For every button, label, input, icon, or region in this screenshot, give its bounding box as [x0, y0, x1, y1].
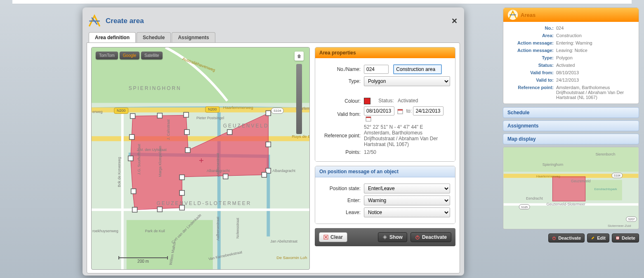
deactivate-button[interactable]: Deactivate [410, 232, 451, 242]
svg-text:Sierenborch: Sierenborch [595, 152, 615, 156]
svg-rect-18 [132, 207, 137, 212]
svg-text:S104: S104 [274, 109, 281, 113]
svg-rect-4 [157, 113, 162, 118]
ref-address: Amsterdam, Bartholomeus Drijfhoutstraat … [364, 130, 450, 147]
scale-bar: 200 m [118, 257, 168, 264]
area-name-input[interactable] [393, 64, 442, 74]
svg-rect-20 [128, 156, 133, 161]
modal-title: Create area [106, 17, 144, 25]
svg-text:J.G. Suurhoffstraat: J.G. Suurhoffstraat [137, 144, 141, 174]
svg-text:Van Karnebeekstraat: Van Karnebeekstraat [208, 250, 243, 261]
clear-icon [323, 235, 328, 240]
tab-area-definition[interactable]: Area definition [89, 32, 136, 42]
close-icon[interactable]: ✕ [451, 16, 458, 26]
colour-swatch[interactable] [364, 98, 370, 104]
svg-text:Spieringhorn: Spieringhorn [543, 163, 564, 167]
svg-rect-21 [130, 134, 134, 139]
sidebar-deactivate-button[interactable]: Deactivate [548, 233, 585, 243]
show-button[interactable]: Show [378, 232, 407, 242]
delete-icon [616, 236, 620, 240]
svg-text:Haarlemmerweg: Haarlemmerweg [536, 174, 560, 178]
svg-rect-8 [227, 130, 232, 134]
power-icon [552, 236, 556, 240]
svg-text:SPIERINGHORN: SPIERINGHORN [129, 85, 182, 91]
leave-select[interactable]: Notice [364, 207, 450, 217]
svg-text:Aalbersestraat: Aalbersestraat [216, 153, 220, 177]
svg-text:Eendracht: Eendracht [526, 196, 543, 200]
position-state-select[interactable]: Enter/Leave [364, 184, 450, 193]
zoom-slider[interactable] [296, 64, 302, 134]
tab-assignments[interactable]: Assignments [172, 32, 215, 42]
svg-rect-14 [179, 175, 184, 180]
svg-text:S207: S207 [628, 218, 635, 221]
svg-text:Jan Abelszstraat: Jan Abelszstraat [270, 239, 297, 243]
map-home-button[interactable] [295, 52, 304, 61]
svg-text:Geuzenveld: Geuzenveld [571, 179, 591, 183]
area-number-input[interactable] [364, 65, 389, 74]
svg-rect-10 [266, 142, 271, 147]
points-count: 12/50 [364, 149, 450, 155]
svg-text:Nolensstraat: Nolensstraat [236, 217, 240, 238]
ref-coords: 52° 22' 51" N - 4° 47' 44" E [364, 124, 450, 130]
pencil-icon [591, 236, 595, 240]
svg-text:Eendrachtspark: Eendrachtspark [594, 187, 617, 191]
enter-select[interactable]: Warning [364, 196, 450, 205]
svg-text:roekhuysenweg: roekhuysenweg [92, 229, 118, 233]
svg-rect-9 [266, 111, 271, 115]
valid-to-input[interactable] [413, 106, 443, 115]
svg-text:Bok de Korverweg: Bok de Korverweg [117, 157, 121, 187]
areas-panel: Areas No.:024 Area:Construction Action m… [503, 7, 639, 104]
map-layer-google[interactable]: Google [120, 52, 139, 59]
position-msg-header: On position message of an object [315, 166, 455, 177]
areas-logo-icon [87, 14, 101, 28]
svg-rect-13 [223, 174, 228, 179]
svg-rect-6 [184, 130, 189, 134]
svg-text:Geuzenveld-Slotermeer: Geuzenveld-Slotermeer [547, 202, 585, 206]
svg-text:Albardagracht: Albardagracht [272, 169, 295, 173]
sidebar-assignments[interactable]: Assignments [503, 120, 639, 131]
sidebar-edit-button[interactable]: Edit [587, 233, 609, 243]
svg-rect-57 [366, 117, 371, 118]
map-canvas[interactable]: TomTom Google Satellite [91, 47, 310, 270]
calendar-icon[interactable] [365, 115, 372, 122]
svg-rect-5 [184, 112, 189, 117]
areas-icon [507, 9, 518, 20]
tab-schedule[interactable]: Schedule [137, 32, 171, 42]
sidebar-map-display-header[interactable]: Map display [503, 134, 639, 144]
svg-rect-61 [504, 147, 639, 172]
svg-text:S105: S105 [521, 206, 528, 209]
svg-rect-7 [185, 148, 190, 153]
sidebar-delete-button[interactable]: Delete [612, 233, 639, 243]
svg-text:Haarlemmerweg: Haarlemmerweg [223, 105, 253, 110]
power-icon [415, 235, 420, 240]
sidebar-schedule[interactable]: Schedule [503, 107, 639, 118]
svg-text:Albardagracht: Albardagracht [207, 169, 230, 173]
type-select[interactable]: Polygon [364, 76, 450, 86]
area-properties-header: Area properties [315, 47, 455, 58]
status-value: Activated [398, 98, 418, 104]
svg-text:Park de Kuil: Park de Kuil [145, 229, 165, 233]
map-layer-tomtom[interactable]: TomTom [96, 52, 118, 59]
svg-rect-12 [262, 172, 267, 177]
svg-text:Ruys de B: Ruys de B [292, 134, 309, 139]
svg-rect-15 [179, 191, 184, 196]
svg-text:GEUZENVELD-SLOTERMEER: GEUZENVELD-SLOTERMEER [156, 200, 251, 206]
svg-rect-19 [131, 189, 136, 194]
svg-rect-17 [157, 207, 162, 212]
show-icon [382, 235, 387, 240]
svg-text:erweg: erweg [92, 110, 102, 114]
mini-map[interactable]: Spieringhorn Geuzenveld Haarlemmerweg Ge… [503, 147, 639, 229]
valid-from-input[interactable] [364, 106, 394, 115]
calendar-icon[interactable] [397, 108, 403, 115]
svg-text:Marga Klompelaan: Marga Klompelaan [158, 146, 162, 177]
svg-text:Pieter Postsingel: Pieter Postsingel [196, 116, 224, 120]
svg-text:N200: N200 [208, 107, 217, 111]
svg-text:GEUZENVELD: GEUZENVELD [223, 123, 269, 129]
create-area-modal: Create area ✕ Area definition Schedule A… [83, 7, 464, 276]
clear-button[interactable]: Clear [319, 232, 347, 242]
svg-text:N200: N200 [117, 108, 125, 113]
svg-text:Slotermeer-Zuid: Slotermeer-Zuid [608, 224, 631, 228]
map-layer-satellite[interactable]: Satellite [141, 52, 163, 59]
svg-text:Aalbersestraat: Aalbersestraat [216, 217, 220, 240]
svg-rect-3 [130, 113, 135, 118]
